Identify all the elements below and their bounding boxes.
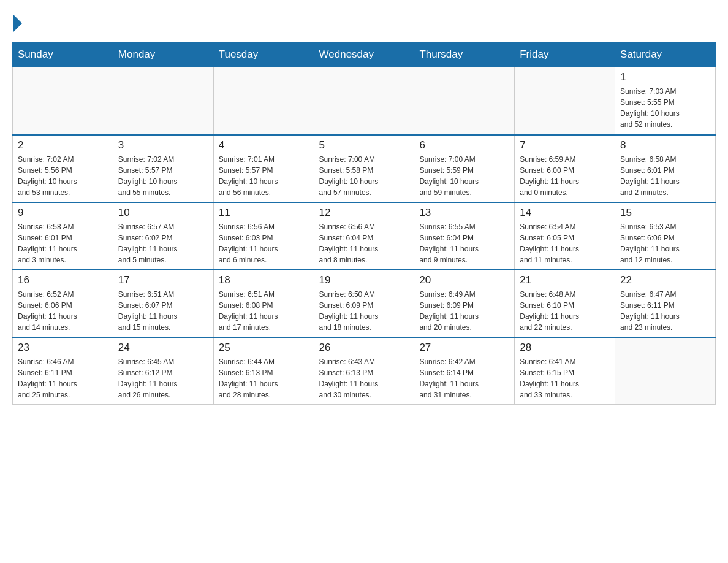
day-header-wednesday: Wednesday [314,42,414,67]
day-info: Sunrise: 6:59 AMSunset: 6:00 PMDaylight:… [520,154,610,198]
day-info: Sunrise: 6:52 AMSunset: 6:06 PMDaylight:… [18,289,108,333]
day-header-tuesday: Tuesday [213,42,314,67]
day-number: 17 [118,274,208,286]
day-number: 22 [620,274,710,286]
day-info: Sunrise: 6:47 AMSunset: 6:11 PMDaylight:… [620,289,710,333]
calendar-cell: 10Sunrise: 6:57 AMSunset: 6:02 PMDayligh… [113,202,213,270]
day-info: Sunrise: 7:03 AMSunset: 5:55 PMDaylight:… [620,86,710,130]
day-header-monday: Monday [113,42,213,67]
day-number: 16 [18,274,108,286]
calendar-cell: 15Sunrise: 6:53 AMSunset: 6:06 PMDayligh… [615,202,716,270]
day-info: Sunrise: 6:50 AMSunset: 6:09 PMDaylight:… [319,289,409,333]
calendar-cell: 12Sunrise: 6:56 AMSunset: 6:04 PMDayligh… [314,202,414,270]
calendar-week-row: 9Sunrise: 6:58 AMSunset: 6:01 PMDaylight… [13,202,716,270]
day-number: 4 [219,139,309,151]
day-info: Sunrise: 6:57 AMSunset: 6:02 PMDaylight:… [118,221,208,266]
calendar-cell: 6Sunrise: 7:00 AMSunset: 5:59 PMDaylight… [414,135,515,202]
day-header-thursday: Thursday [414,42,515,67]
calendar-week-row: 2Sunrise: 7:02 AMSunset: 5:56 PMDaylight… [13,135,716,202]
day-number: 7 [520,139,610,151]
calendar-cell: 13Sunrise: 6:55 AMSunset: 6:04 PMDayligh… [414,202,515,270]
day-info: Sunrise: 6:49 AMSunset: 6:09 PMDaylight:… [419,289,509,333]
calendar-header-row: SundayMondayTuesdayWednesdayThursdayFrid… [13,42,716,67]
day-info: Sunrise: 7:02 AMSunset: 5:56 PMDaylight:… [18,154,108,198]
day-info: Sunrise: 6:43 AMSunset: 6:13 PMDaylight:… [319,356,409,400]
day-number: 19 [319,274,409,286]
day-number: 2 [18,139,108,151]
calendar-cell [414,67,515,135]
day-number: 10 [118,207,208,219]
calendar-cell: 11Sunrise: 6:56 AMSunset: 6:03 PMDayligh… [213,202,314,270]
day-info: Sunrise: 6:46 AMSunset: 6:11 PMDaylight:… [18,356,108,400]
day-info: Sunrise: 6:58 AMSunset: 6:01 PMDaylight:… [18,221,108,266]
day-info: Sunrise: 6:41 AMSunset: 6:15 PMDaylight:… [520,356,610,400]
logo [12,12,22,32]
day-number: 18 [219,274,309,286]
day-info: Sunrise: 7:00 AMSunset: 5:58 PMDaylight:… [319,154,409,198]
day-info: Sunrise: 7:01 AMSunset: 5:57 PMDaylight:… [219,154,309,198]
day-number: 27 [419,342,509,354]
day-number: 1 [620,71,710,83]
day-number: 20 [419,274,509,286]
calendar-cell: 5Sunrise: 7:00 AMSunset: 5:58 PMDaylight… [314,135,414,202]
day-info: Sunrise: 6:56 AMSunset: 6:04 PMDaylight:… [319,221,409,266]
day-info: Sunrise: 6:53 AMSunset: 6:06 PMDaylight:… [620,221,710,266]
day-number: 28 [520,342,610,354]
calendar-cell [615,337,716,405]
day-header-friday: Friday [515,42,615,67]
day-info: Sunrise: 6:56 AMSunset: 6:03 PMDaylight:… [219,221,309,266]
calendar-cell: 18Sunrise: 6:51 AMSunset: 6:08 PMDayligh… [213,270,314,337]
day-info: Sunrise: 7:00 AMSunset: 5:59 PMDaylight:… [419,154,509,198]
day-number: 6 [419,139,509,151]
day-number: 25 [219,342,309,354]
calendar-cell: 1Sunrise: 7:03 AMSunset: 5:55 PMDaylight… [615,67,716,135]
day-info: Sunrise: 6:45 AMSunset: 6:12 PMDaylight:… [118,356,208,400]
calendar-cell: 19Sunrise: 6:50 AMSunset: 6:09 PMDayligh… [314,270,414,337]
calendar-cell [515,67,615,135]
calendar-week-row: 1Sunrise: 7:03 AMSunset: 5:55 PMDaylight… [13,67,716,135]
day-info: Sunrise: 6:51 AMSunset: 6:08 PMDaylight:… [219,289,309,333]
calendar-cell: 24Sunrise: 6:45 AMSunset: 6:12 PMDayligh… [113,337,213,405]
day-number: 3 [118,139,208,151]
day-number: 12 [319,207,409,219]
calendar-cell: 26Sunrise: 6:43 AMSunset: 6:13 PMDayligh… [314,337,414,405]
calendar-cell: 2Sunrise: 7:02 AMSunset: 5:56 PMDaylight… [13,135,113,202]
calendar-cell: 7Sunrise: 6:59 AMSunset: 6:00 PMDaylight… [515,135,615,202]
day-number: 11 [219,207,309,219]
day-header-saturday: Saturday [615,42,716,67]
calendar-cell: 27Sunrise: 6:42 AMSunset: 6:14 PMDayligh… [414,337,515,405]
calendar-cell: 20Sunrise: 6:49 AMSunset: 6:09 PMDayligh… [414,270,515,337]
day-info: Sunrise: 7:02 AMSunset: 5:57 PMDaylight:… [118,154,208,198]
calendar-cell [113,67,213,135]
calendar-cell [314,67,414,135]
day-info: Sunrise: 6:51 AMSunset: 6:07 PMDaylight:… [118,289,208,333]
calendar-cell: 8Sunrise: 6:58 AMSunset: 6:01 PMDaylight… [615,135,716,202]
page-header [12,12,716,32]
calendar-cell: 17Sunrise: 6:51 AMSunset: 6:07 PMDayligh… [113,270,213,337]
calendar-cell: 3Sunrise: 7:02 AMSunset: 5:57 PMDaylight… [113,135,213,202]
calendar-cell: 23Sunrise: 6:46 AMSunset: 6:11 PMDayligh… [13,337,113,405]
day-number: 15 [620,207,710,219]
day-number: 26 [319,342,409,354]
calendar-cell: 16Sunrise: 6:52 AMSunset: 6:06 PMDayligh… [13,270,113,337]
day-number: 14 [520,207,610,219]
logo-arrow-icon [13,15,22,32]
calendar-week-row: 23Sunrise: 6:46 AMSunset: 6:11 PMDayligh… [13,337,716,405]
calendar-week-row: 16Sunrise: 6:52 AMSunset: 6:06 PMDayligh… [13,270,716,337]
day-info: Sunrise: 6:54 AMSunset: 6:05 PMDaylight:… [520,221,610,266]
calendar-cell: 28Sunrise: 6:41 AMSunset: 6:15 PMDayligh… [515,337,615,405]
calendar-cell: 4Sunrise: 7:01 AMSunset: 5:57 PMDaylight… [213,135,314,202]
calendar-table: SundayMondayTuesdayWednesdayThursdayFrid… [12,42,716,405]
calendar-cell: 21Sunrise: 6:48 AMSunset: 6:10 PMDayligh… [515,270,615,337]
calendar-cell [213,67,314,135]
day-number: 21 [520,274,610,286]
day-number: 8 [620,139,710,151]
day-info: Sunrise: 6:58 AMSunset: 6:01 PMDaylight:… [620,154,710,198]
calendar-cell: 14Sunrise: 6:54 AMSunset: 6:05 PMDayligh… [515,202,615,270]
day-number: 13 [419,207,509,219]
calendar-cell: 9Sunrise: 6:58 AMSunset: 6:01 PMDaylight… [13,202,113,270]
day-info: Sunrise: 6:44 AMSunset: 6:13 PMDaylight:… [219,356,309,400]
calendar-cell: 22Sunrise: 6:47 AMSunset: 6:11 PMDayligh… [615,270,716,337]
calendar-cell [13,67,113,135]
day-header-sunday: Sunday [13,42,113,67]
